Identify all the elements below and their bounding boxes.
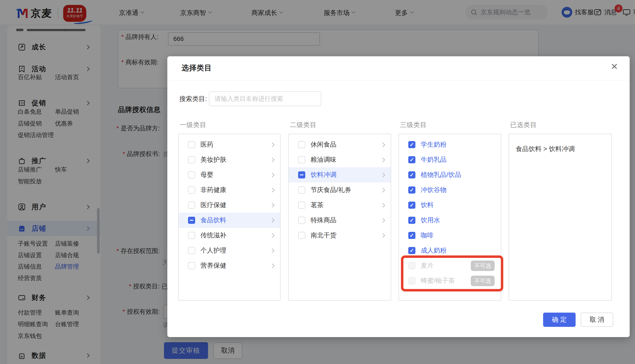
category-row-checked[interactable]: 牛奶乳品 — [399, 152, 501, 167]
category-label: 美妆护肤 — [200, 155, 226, 164]
category-label: 医药 — [200, 140, 213, 149]
category-row[interactable]: 医疗保健 — [179, 198, 280, 213]
chevron-right-icon — [270, 233, 274, 238]
category-row[interactable]: 传统滋补 — [179, 228, 280, 243]
category-label: 冲饮谷物 — [421, 186, 446, 194]
not-selectable-badge: 不可选 — [471, 276, 494, 286]
category-search-label: 搜索类目: — [179, 94, 207, 104]
checkbox-unchecked-icon[interactable] — [188, 262, 195, 269]
category-label: 食品饮料 — [200, 216, 226, 225]
category-row[interactable]: 休闲食品 — [289, 137, 391, 152]
checkbox-checked-icon[interactable] — [408, 247, 416, 254]
checkbox-unchecked-icon[interactable] — [298, 202, 305, 209]
chevron-right-icon — [270, 248, 274, 253]
chevron-right-icon — [380, 172, 385, 177]
checkbox-checked-icon[interactable] — [408, 186, 416, 194]
level3-column-header: 三级类目 — [400, 120, 427, 130]
checkbox-unchecked-icon[interactable] — [188, 156, 195, 163]
category-row-selected[interactable]: 饮料冲调 — [289, 167, 391, 182]
close-icon[interactable]: ✕ — [610, 62, 618, 72]
category-label: 休闲食品 — [310, 140, 336, 149]
checkbox-unchecked-icon[interactable] — [188, 247, 195, 254]
checkbox-checked-icon[interactable] — [408, 202, 416, 209]
checkbox-unchecked-icon[interactable] — [298, 217, 305, 224]
category-label: 学生奶粉 — [421, 140, 446, 149]
selected-category-item: 食品饮料 > 饮料冲调 — [509, 137, 612, 154]
category-label: 非药健康 — [200, 186, 226, 194]
category-label: 粮油调味 — [310, 155, 336, 164]
category-label: 饮用水 — [421, 216, 440, 225]
category-row-checked[interactable]: 成人奶粉 — [399, 243, 501, 258]
category-row[interactable]: 营养保健 — [179, 258, 280, 273]
level1-category-list: 医药 美妆护肤 母婴 非药健康 医疗保健 — [178, 134, 280, 300]
category-row-checked[interactable]: 冲饮谷物 — [399, 182, 501, 198]
selected-category-list: 食品饮料 > 饮料冲调 — [508, 134, 612, 300]
checkbox-unchecked-icon[interactable] — [298, 156, 305, 163]
chevron-right-icon — [270, 203, 274, 207]
checkbox-unchecked-icon[interactable] — [298, 186, 305, 194]
checkbox-checked-icon[interactable] — [408, 171, 416, 178]
category-row[interactable]: 美妆护肤 — [179, 152, 280, 167]
checkbox-unchecked-icon[interactable] — [188, 186, 195, 194]
checkbox-disabled-icon — [408, 277, 416, 284]
category-row[interactable]: 南北干货 — [289, 228, 391, 243]
level2-category-list: 休闲食品 粮油调味 饮料冲调 节庆食品/礼券 茗茶 — [288, 134, 391, 300]
checkbox-unchecked-icon[interactable] — [188, 141, 195, 148]
modal-title: 选择类目 — [182, 63, 212, 73]
checkbox-unchecked-icon[interactable] — [188, 171, 195, 178]
checkbox-unchecked-icon[interactable] — [188, 202, 195, 209]
category-row[interactable]: 粮油调味 — [289, 152, 391, 167]
chevron-right-icon — [380, 157, 385, 162]
modal-cancel-button[interactable]: 取消 — [581, 312, 613, 327]
category-row[interactable]: 茗茶 — [289, 198, 391, 213]
checkbox-unchecked-icon[interactable] — [298, 141, 305, 148]
category-row-checked[interactable]: 饮料 — [399, 198, 501, 213]
chevron-right-icon — [270, 157, 274, 162]
chevron-right-icon — [270, 188, 274, 192]
level1-column-header: 一级类目 — [180, 120, 206, 130]
category-label: 茗茶 — [310, 201, 324, 210]
category-row[interactable]: 非药健康 — [179, 182, 280, 198]
not-selectable-badge: 不可选 — [471, 260, 494, 271]
checkbox-unchecked-icon[interactable] — [188, 232, 195, 239]
category-row[interactable]: 母婴 — [179, 167, 280, 182]
category-row[interactable]: 特殊商品 — [289, 213, 391, 228]
checkbox-disabled-icon — [408, 262, 416, 269]
checkbox-checked-icon[interactable] — [408, 217, 416, 224]
checkbox-indeterminate-icon[interactable] — [188, 217, 195, 224]
selected-column-header: 已选类目 — [510, 120, 537, 130]
category-row[interactable]: 个人护理 — [179, 243, 280, 258]
category-row-disabled: 麦片 不可选 — [399, 258, 501, 273]
chevron-right-icon — [380, 188, 385, 192]
category-row[interactable]: 节庆食品/礼券 — [289, 182, 391, 198]
category-row-checked[interactable]: 植物乳品/饮品 — [399, 167, 501, 182]
category-label: 医疗保健 — [200, 201, 226, 210]
category-search-input[interactable] — [209, 92, 321, 106]
confirm-button[interactable]: 确定 — [543, 312, 576, 327]
category-label: 营养保健 — [200, 261, 226, 270]
category-label: 牛奶乳品 — [421, 155, 446, 164]
category-label: 传统滋补 — [200, 231, 226, 240]
category-label: 节庆食品/礼券 — [310, 186, 351, 194]
checkbox-checked-icon[interactable] — [408, 156, 416, 163]
level2-column-header: 二级类目 — [290, 120, 316, 130]
category-label: 南北干货 — [310, 231, 336, 240]
category-label: 麦片 — [421, 261, 434, 270]
category-row[interactable]: 医药 — [179, 137, 280, 152]
checkbox-checked-icon[interactable] — [408, 232, 416, 239]
chevron-right-icon — [270, 172, 274, 177]
category-row-checked[interactable]: 学生奶粉 — [399, 137, 501, 152]
checkbox-checked-icon[interactable] — [408, 141, 416, 148]
chevron-right-icon — [380, 233, 385, 238]
chevron-right-icon — [270, 218, 274, 222]
chevron-right-icon — [380, 203, 385, 207]
category-label: 母婴 — [200, 170, 213, 179]
checkbox-indeterminate-icon[interactable] — [298, 171, 305, 178]
category-row-selected[interactable]: 食品饮料 — [179, 213, 280, 228]
category-row-checked[interactable]: 饮用水 — [399, 213, 501, 228]
select-category-modal: 选择类目 ✕ 搜索类目: 一级类目 二级类目 三级类目 已选类目 医药 美妆护肤… — [167, 56, 630, 337]
modal-header-divider — [167, 80, 630, 80]
checkbox-unchecked-icon[interactable] — [298, 232, 305, 239]
category-row-checked[interactable]: 咖啡 — [399, 228, 501, 243]
jd-merchant-page: 京麦 11.11 全球好物节 京准通 京东商智 商家成长 服务市场 更多 — [0, 0, 635, 364]
